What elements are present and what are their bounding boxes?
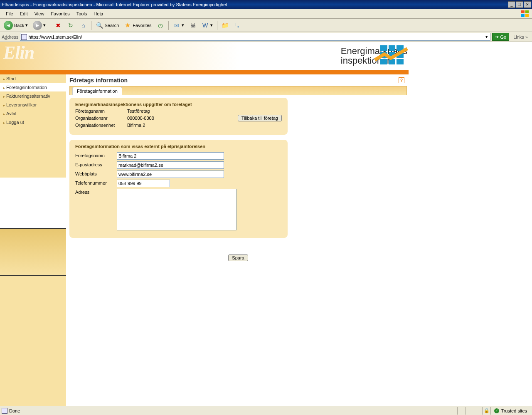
menu-view[interactable]: View <box>31 10 48 17</box>
menu-bar: File Edit View Favorites Tools Help <box>0 9 532 19</box>
address-bar: Address ▾ ➔ Go Links » <box>0 32 532 42</box>
nav-leveransvillkor[interactable]: Leveransvillkor <box>0 101 66 109</box>
input-company-name[interactable] <box>117 152 224 160</box>
print-icon: 🖶 <box>189 22 197 29</box>
label-email: E-postadress <box>75 161 117 167</box>
menu-tools[interactable]: Tools <box>73 10 91 17</box>
status-slot <box>466 407 474 415</box>
security-zone[interactable]: ✓ Trusted sites <box>490 407 530 415</box>
maximize-button[interactable]: ❐ <box>516 1 523 8</box>
info-label-orgunit: Organisationsenhet <box>75 123 127 128</box>
input-website[interactable] <box>117 170 224 178</box>
save-button[interactable]: Spara <box>228 254 248 261</box>
stop-button[interactable]: ✖ <box>52 20 64 31</box>
check-icon: ✓ <box>494 408 499 413</box>
search-icon: 🔍 <box>96 22 103 29</box>
help-icon[interactable]: ? <box>399 77 404 83</box>
svg-rect-1 <box>525 10 529 13</box>
go-label: Go <box>500 35 506 40</box>
nav-avtal[interactable]: Avtal <box>0 109 66 118</box>
windows-flag-icon <box>521 10 530 17</box>
mail-icon: ✉ <box>173 22 180 29</box>
info-value-orgunit: Bifirma 2 <box>127 123 145 128</box>
discuss-button[interactable]: 🗨 <box>232 20 244 31</box>
main-content: Företags information ? Företagsinformati… <box>66 74 532 406</box>
folder-button[interactable]: 📁 <box>219 20 231 31</box>
status-slot <box>474 407 482 415</box>
separator <box>91 21 91 30</box>
star-icon: ★ <box>124 22 131 29</box>
back-to-company-button[interactable]: Tillbaka till företag <box>238 115 282 121</box>
toolbar: ◄ Back ▾ ► ▾ ✖ ↻ ⌂ 🔍 Search ★ Favorites … <box>0 19 532 32</box>
forward-button[interactable]: ► ▾ <box>31 20 48 31</box>
nav-start[interactable]: Start <box>0 74 66 83</box>
links-label[interactable]: Links » <box>511 35 530 40</box>
edit-icon: W <box>202 22 209 29</box>
info-value-orgnr: 000000-0000 <box>127 116 154 121</box>
ie-icon <box>2 408 7 414</box>
address-label: Address <box>2 35 18 40</box>
info-label-company: Företagsnamn <box>75 109 127 114</box>
status-text: Done <box>9 408 20 413</box>
external-info-form: Företagsinformation som visas externt på… <box>69 140 288 238</box>
orange-strip <box>0 70 409 74</box>
label-address: Adress <box>75 189 117 195</box>
company-info-panel: Energimarknadsinspektionens uppgifter om… <box>69 98 288 135</box>
input-phone[interactable] <box>117 180 170 187</box>
history-button[interactable]: ◷ <box>155 20 166 31</box>
favorites-label: Favorites <box>133 23 151 28</box>
dropdown-icon: ▾ <box>25 22 28 28</box>
menu-favorites[interactable]: Favorites <box>47 10 73 17</box>
address-input-wrap[interactable]: ▾ <box>20 33 490 41</box>
label-phone: Telefonnummer <box>75 180 117 185</box>
svg-rect-3 <box>525 14 529 17</box>
go-button[interactable]: ➔ Go <box>492 33 509 41</box>
address-dropdown-icon[interactable]: ▾ <box>484 34 489 40</box>
brand-logo-icon <box>379 44 405 66</box>
separator <box>217 21 217 30</box>
nav-logga-ut[interactable]: Logga ut <box>0 118 66 127</box>
print-button[interactable]: 🖶 <box>187 20 199 31</box>
dropdown-icon: ▾ <box>43 22 46 28</box>
separator <box>168 21 169 30</box>
input-email[interactable] <box>117 161 224 169</box>
svg-rect-0 <box>521 10 525 13</box>
svg-rect-2 <box>521 14 525 17</box>
refresh-icon: ↻ <box>67 22 74 29</box>
folder-icon: 📁 <box>222 22 229 29</box>
edit-button[interactable]: W▾ <box>200 20 215 31</box>
refresh-button[interactable]: ↻ <box>65 20 76 31</box>
nav-foretagsinformation[interactable]: Företagsinformation <box>0 83 66 92</box>
discuss-icon: 🗨 <box>234 22 241 29</box>
home-icon: ⌂ <box>79 22 87 29</box>
status-bar: Done 🔒 ✓ Trusted sites <box>0 406 532 415</box>
home-button[interactable]: ⌂ <box>77 20 89 31</box>
sidebar: Start Företagsinformation Faktureringsal… <box>0 74 66 406</box>
back-icon: ◄ <box>4 21 13 30</box>
go-arrow-icon: ➔ <box>495 34 499 40</box>
separator <box>50 21 50 30</box>
minimize-button[interactable]: _ <box>508 1 515 8</box>
form-heading: Företagsinformation som visas externt på… <box>75 144 282 149</box>
dropdown-icon: ▾ <box>210 22 213 28</box>
menu-file[interactable]: File <box>2 10 17 17</box>
sidebar-spacer <box>0 127 66 178</box>
favorites-button[interactable]: ★ Favorites <box>122 20 153 31</box>
tab-foretagsinformation[interactable]: Företagsinformation <box>72 87 122 95</box>
close-button[interactable]: ✕ <box>524 1 531 8</box>
sidebar-filler <box>0 276 66 406</box>
address-input[interactable] <box>28 35 484 40</box>
lock-icon: 🔒 <box>482 407 490 415</box>
ie-page-icon <box>21 34 27 40</box>
textarea-address[interactable] <box>117 189 236 230</box>
menu-edit[interactable]: Edit <box>17 10 31 17</box>
nav-faktureringsalternativ[interactable]: Faktureringsalternativ <box>0 92 66 101</box>
status-slot <box>457 407 466 415</box>
page-content: Elin Energimarknadsinspektionen Start Fö… <box>0 42 532 406</box>
search-button[interactable]: 🔍 Search <box>94 20 121 31</box>
search-label: Search <box>104 23 119 28</box>
zone-label: Trusted sites <box>501 408 527 413</box>
back-button[interactable]: ◄ Back ▾ <box>2 20 30 31</box>
mail-button[interactable]: ✉▾ <box>171 20 186 31</box>
menu-help[interactable]: Help <box>90 10 106 17</box>
